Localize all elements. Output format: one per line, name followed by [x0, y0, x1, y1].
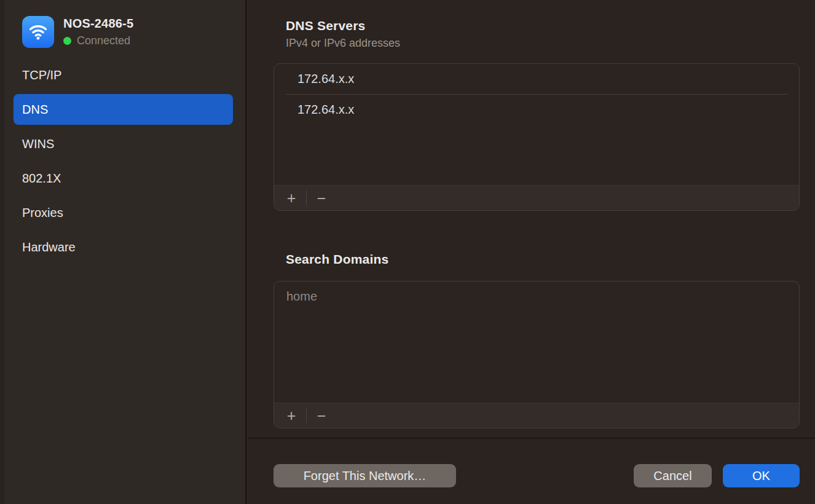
search-domains-rows: home: [274, 282, 799, 403]
sidebar: NOS-2486-5 Connected TCP/IP DNS WINS 802…: [0, 0, 246, 504]
dns-server-row[interactable]: 172.64.x.x: [274, 64, 799, 94]
sidebar-item-label: TCP/IP: [22, 68, 61, 82]
sidebar-item-label: 802.1X: [22, 171, 61, 186]
dns-servers-rows: 172.64.x.x 172.64.x.x: [274, 64, 799, 185]
sidebar-item-dns[interactable]: DNS: [14, 94, 233, 125]
plus-icon: +: [287, 407, 296, 424]
dns-server-row[interactable]: 172.64.x.x: [286, 94, 787, 125]
network-name: NOS-2486-5: [63, 17, 133, 31]
sidebar-item-802-1x[interactable]: 802.1X: [14, 163, 233, 194]
plus-icon: +: [287, 189, 296, 207]
search-domains-toolbar: + −: [274, 403, 799, 428]
sidebar-item-wins[interactable]: WINS: [14, 128, 233, 159]
forget-network-button[interactable]: Forget This Network…: [274, 464, 456, 487]
dns-servers-toolbar: + −: [274, 185, 799, 210]
wifi-icon: [22, 16, 54, 48]
dns-servers-title: DNS Servers: [286, 18, 365, 33]
sidebar-item-label: WINS: [22, 137, 54, 151]
sidebar-item-proxies[interactable]: Proxies: [14, 197, 233, 228]
search-domain-value: home: [286, 289, 317, 304]
remove-dns-server-button[interactable]: −: [310, 189, 333, 207]
sidebar-item-label: Hardware: [22, 240, 76, 254]
add-search-domain-button[interactable]: +: [280, 406, 303, 425]
ok-button[interactable]: OK: [723, 464, 800, 487]
minus-icon: −: [317, 407, 326, 424]
connection-status: Connected: [77, 34, 130, 47]
sidebar-item-tcp-ip[interactable]: TCP/IP: [14, 60, 233, 90]
cancel-button[interactable]: Cancel: [634, 464, 712, 487]
sidebar-item-hardware[interactable]: Hardware: [14, 232, 233, 262]
add-dns-server-button[interactable]: +: [280, 189, 303, 207]
search-domains-list: home + −: [274, 281, 800, 428]
sidebar-nav: TCP/IP DNS WINS 802.1X Proxies Hardware: [14, 60, 233, 266]
toolbar-separator: [306, 191, 307, 205]
dns-servers-subtitle: IPv4 or IPv6 addresses: [286, 37, 400, 50]
search-domain-row[interactable]: home: [274, 282, 799, 312]
sidebar-item-label: Proxies: [22, 206, 63, 220]
sidebar-item-label: DNS: [22, 103, 48, 117]
dns-server-address: 172.64.x.x: [297, 103, 354, 117]
network-header: NOS-2486-5 Connected: [22, 16, 133, 48]
network-details-panel: DNS Servers IPv4 or IPv6 addresses 172.6…: [248, 0, 815, 504]
toolbar-separator: [306, 408, 307, 423]
minus-icon: −: [317, 189, 326, 207]
remove-search-domain-button[interactable]: −: [310, 406, 333, 425]
dns-server-address: 172.64.x.x: [297, 72, 354, 86]
search-domains-title: Search Domains: [286, 252, 388, 267]
dns-servers-list: 172.64.x.x 172.64.x.x + −: [274, 63, 800, 211]
connected-dot-icon: [63, 37, 71, 45]
footer-divider: [248, 438, 815, 439]
